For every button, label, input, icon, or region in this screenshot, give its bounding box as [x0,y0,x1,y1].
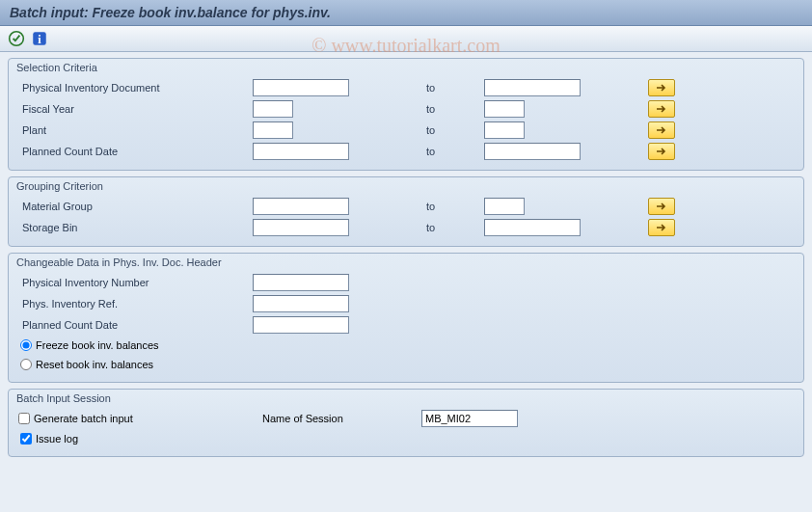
fiscal-year-from[interactable] [253,100,293,118]
planned-date-from[interactable] [253,143,349,160]
to-label: to [349,201,484,212]
to-label: to [349,124,484,136]
row-phys-inv-doc: Physical Inventory Document to [16,77,796,98]
reset-radio[interactable] [20,359,32,370]
session-name-label: Name of Session [253,413,421,424]
content: Selection Criteria Physical Inventory Do… [0,52,812,463]
range-button[interactable] [648,143,675,160]
material-group-from[interactable] [253,198,349,215]
changeable-data-group: Changeable Data in Phys. Inv. Doc. Heade… [8,253,804,383]
label: Storage Bin [16,222,253,233]
to-label: to [349,146,484,157]
row-phys-inv-number: Physical Inventory Number [16,272,796,293]
label: Plant [16,124,253,136]
label: Physical Inventory Number [16,277,253,288]
issue-log-label: Issue log [36,433,78,445]
row-issue-log: Issue log [16,429,796,448]
radio-freeze-row: Freeze book inv. balances [16,336,796,355]
selection-criteria-group: Selection Criteria Physical Inventory Do… [8,58,804,171]
radio-reset-row: Reset book inv. balances [16,355,796,374]
row-fiscal-year: Fiscal Year to [16,98,796,120]
range-button[interactable] [648,219,675,236]
range-button[interactable] [648,198,675,215]
material-group-to[interactable] [484,198,525,215]
generate-batch-checkbox[interactable] [18,413,30,424]
to-label: to [349,103,484,115]
plant-to[interactable] [484,121,525,139]
range-button[interactable] [648,100,675,118]
storage-bin-to[interactable] [484,219,581,236]
row-phys-inv-ref: Phys. Inventory Ref. [16,293,796,314]
grouping-criterion-title: Grouping Criterion [16,180,796,192]
row-material-group: Material Group to [16,196,796,217]
toolbar: i [0,26,812,52]
freeze-radio-label: Freeze book inv. balances [36,339,159,351]
label: Fiscal Year [16,103,253,115]
freeze-radio[interactable] [20,339,32,351]
batch-input-group: Batch Input Session Generate batch input… [8,389,804,457]
label: Phys. Inventory Ref. [16,298,253,310]
range-button[interactable] [648,121,675,139]
row-planned-count-date: Planned Count Date to [16,141,796,162]
planned-date-to[interactable] [484,143,581,160]
row-storage-bin: Storage Bin to [16,217,796,238]
fiscal-year-to[interactable] [484,100,525,118]
phys-inv-doc-from[interactable] [253,79,349,96]
changeable-data-title: Changeable Data in Phys. Inv. Doc. Heade… [16,256,796,268]
phys-inv-ref-field[interactable] [253,295,349,312]
phys-inv-number-field[interactable] [253,274,349,291]
issue-log-checkbox[interactable] [20,433,32,445]
info-icon[interactable]: i [31,30,48,47]
label: Material Group [16,201,253,212]
row-generate-batch: Generate batch input Name of Session [16,408,796,429]
label: Physical Inventory Document [16,82,253,94]
plant-from[interactable] [253,121,293,139]
reset-radio-label: Reset book inv. balances [36,359,153,370]
session-name-field[interactable] [421,410,518,427]
phys-inv-doc-to[interactable] [484,79,581,96]
title-bar: Batch input: Freeze book inv.balance for… [0,0,812,26]
to-label: to [349,82,484,94]
row-plant: Plant to [16,120,796,141]
to-label: to [349,222,484,233]
label: Planned Count Date [16,319,253,331]
selection-criteria-title: Selection Criteria [16,62,796,73]
svg-text:i: i [38,33,41,46]
storage-bin-from[interactable] [253,219,349,236]
execute-icon[interactable] [8,30,25,47]
batch-input-title: Batch Input Session [16,392,796,404]
range-button[interactable] [648,79,675,96]
label: Planned Count Date [16,146,253,157]
generate-batch-label: Generate batch input [34,413,133,424]
planned-count-date-hdr-field[interactable] [253,316,349,334]
row-planned-count-date-hdr: Planned Count Date [16,314,796,336]
grouping-criterion-group: Grouping Criterion Material Group to Sto… [8,176,804,247]
page-title: Batch input: Freeze book inv.balance for… [10,5,331,20]
